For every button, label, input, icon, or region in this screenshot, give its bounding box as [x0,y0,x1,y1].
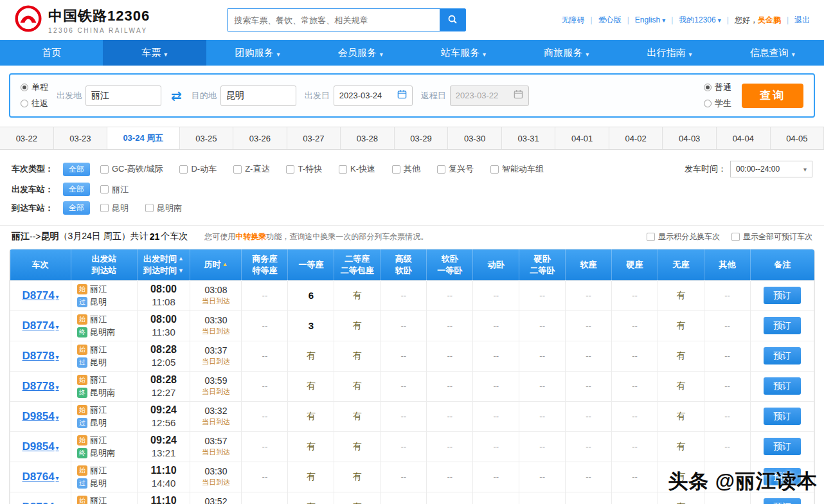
column-header[interactable]: 软座 [566,249,612,280]
column-header[interactable]: 无座 [658,249,704,280]
filter-checkbox[interactable]: GC-高铁/城际 [100,163,163,175]
column-header[interactable]: 出发站 到达站 [71,249,138,280]
date-tab[interactable]: 04-03 [663,127,717,149]
filter-checkbox[interactable]: 复兴号 [437,163,474,175]
book-button[interactable]: 预订 [764,438,801,455]
date-tab[interactable]: 03-27 [287,127,341,149]
train-number-link[interactable]: D8774 [22,320,58,332]
date-tab[interactable]: 04-01 [555,127,609,149]
column-header[interactable]: 二等座 二等包座 [334,249,381,280]
train-number-link[interactable]: D8764 [22,471,58,483]
times-cell: 11:10 14:40 [137,462,190,492]
passenger-type-radio[interactable]: 普通 [704,82,731,93]
column-header[interactable]: 车次 [10,249,71,280]
date-tab[interactable]: 04-05 [771,127,824,149]
train-number-link[interactable]: D8778 [22,380,58,393]
username-link[interactable]: 吴金鹏 [758,15,781,26]
filter-checkbox[interactable]: 昆明南 [145,203,182,214]
filter-all-button[interactable]: 全部 [63,183,90,196]
train-number-link[interactable]: D8774 [22,289,58,302]
column-header[interactable]: 商务座 特等座 [242,249,288,280]
book-button[interactable]: 预订 [764,498,801,504]
depart-date-input[interactable] [339,91,393,100]
top-link[interactable]: 无障碍 [562,15,585,26]
query-button[interactable]: 查询 [742,84,803,108]
calendar-icon[interactable] [397,89,407,102]
train-number-link[interactable]: D9854 [22,440,58,453]
book-button[interactable]: 预订 [764,408,801,425]
stations-cell: 始 丽江 终 昆明南 [71,310,138,341]
result-summary: 丽江 --> 昆明 （3月24日 周五） 共计 21 个车次 您可使用中转换乘功… [0,225,824,249]
checkbox-icon [490,165,499,174]
site-search-input[interactable] [228,9,440,31]
seat-cell: 有 [658,431,704,462]
book-button[interactable]: 预订 [764,347,801,364]
filter-all-button[interactable]: 全部 [63,201,90,215]
column-header[interactable]: 备注 [750,249,814,280]
from-station-input[interactable] [85,86,161,106]
trip-type-radio[interactable]: 往返 [21,98,48,109]
filter-checkbox[interactable]: T-特快 [286,163,322,175]
nav-item[interactable]: 出行指南 [618,40,721,66]
filter-all-button[interactable]: 全部 [63,163,90,176]
filter-checkbox[interactable]: 智能动车组 [490,163,544,175]
transfer-link[interactable]: 中转换乘 [235,232,266,241]
nav-item[interactable]: 站车服务 [412,40,515,66]
date-tab[interactable]: 04-04 [717,127,771,149]
top-link[interactable]: English [635,15,665,24]
nav-item[interactable]: 商旅服务 [515,40,618,66]
filter-checkbox[interactable]: 昆明 [100,203,129,214]
filter-checkbox[interactable]: D-动车 [179,163,217,175]
column-header[interactable]: 出发时间 ▲ 到达时间 ▼ [137,249,190,280]
filter-checkbox[interactable]: 丽江 [100,184,129,195]
nav-item[interactable]: 信息查询 [721,40,824,66]
trip-type-radio[interactable]: 单程 [21,82,48,93]
column-header[interactable]: 历时 ▲ [190,249,242,280]
seat-cell: 有 [658,310,704,341]
nav-item[interactable]: 车票 [103,40,206,66]
passenger-type-radio[interactable]: 学生 [704,98,731,109]
filter-checkbox[interactable]: K-快速 [339,163,375,175]
nav-item[interactable]: 会员服务 [309,40,412,66]
date-tab[interactable]: 04-02 [609,127,663,149]
top-link[interactable]: 我的12306 [679,15,721,26]
date-tab[interactable]: 03-23 [54,127,108,149]
book-button[interactable]: 预订 [764,287,801,304]
nav-item[interactable]: 团购服务 [206,40,309,66]
column-header[interactable]: 硬座 [612,249,658,280]
display-toggle-checkbox[interactable]: 显示积分兑换车次 [647,231,720,242]
swap-stations-icon[interactable]: ⇄ [170,88,183,104]
date-tab[interactable]: 03-30 [448,127,502,149]
book-button[interactable]: 预订 [764,317,801,334]
date-tab[interactable]: 03-31 [502,127,556,149]
train-number-link[interactable]: D8778 [22,350,58,363]
nav-item[interactable]: 首页 [0,40,103,66]
column-header[interactable]: 动卧 [473,249,519,280]
column-header[interactable]: 高级 软卧 [381,249,427,280]
display-toggle-checkbox[interactable]: 显示全部可预订车次 [731,231,812,242]
filter-checkbox[interactable]: Z-直达 [233,163,269,175]
to-station-input[interactable] [220,86,296,106]
column-header[interactable]: 软卧 一等卧 [427,249,473,280]
date-tab[interactable]: 03-25 [180,127,234,149]
date-tab-label: 03-22 [16,134,37,143]
duration: 03:30 [192,466,240,476]
search-button[interactable] [440,9,465,31]
filter-checkbox[interactable]: 其他 [392,163,420,175]
column-header[interactable]: 硬卧 二等卧 [519,249,566,280]
date-tab[interactable]: 03-28 [341,127,395,149]
date-tab[interactable]: 03-24 周五 [107,127,179,149]
column-header[interactable]: 一等座 [288,249,334,280]
date-tab[interactable]: 03-29 [395,127,449,149]
top-link[interactable]: 爱心版 [598,15,622,26]
filters: 车次类型： 全部 GC-高铁/城际 D-动车 Z-直达 [0,150,824,224]
logo[interactable]: 中国铁路12306 12306 CHINA RAILWAY [14,4,150,35]
train-number-link[interactable]: D8764 [22,501,58,504]
column-header[interactable]: 其他 [704,249,751,280]
date-tab[interactable]: 03-22 [0,127,54,149]
logout-link[interactable]: 退出 [794,15,810,26]
depart-time-select[interactable]: 00:00--24:00 [730,161,812,177]
book-button[interactable]: 预订 [764,377,801,395]
date-tab[interactable]: 03-26 [233,127,287,149]
train-number-link[interactable]: D9854 [22,410,58,423]
